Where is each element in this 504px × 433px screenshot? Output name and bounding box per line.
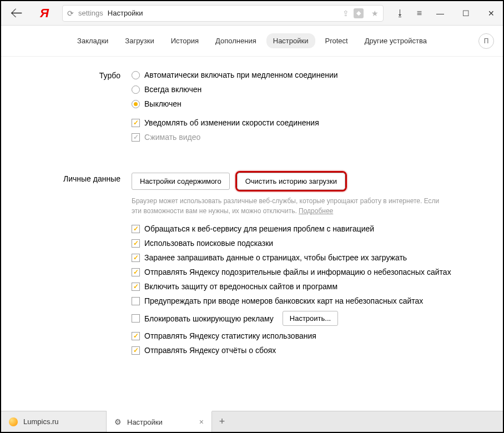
turbo-radio-auto-label: Автоматически включать при медленном сое…	[144, 71, 338, 79]
browser-titlebar: 🡠 Я ⟳ settings Настройки ⇪ ◆ ★ ⭳ ≡ ― ☐ ✕	[1, 1, 503, 26]
cb-send-suspicious[interactable]	[132, 268, 140, 276]
cb-malware-label: Включить защиту от вредоносных сайтов и …	[144, 282, 337, 291]
address-title: Настройки	[108, 9, 143, 17]
turbo-radio-auto-row: Автоматически включать при медленном сое…	[132, 68, 481, 82]
content-settings-button[interactable]: Настройки содержимого	[132, 173, 230, 190]
tab-settings-title: Настройки	[127, 418, 163, 426]
cb-search-suggest-label: Использовать поисковые подсказки	[144, 239, 273, 248]
section-personal-label: Личные данные	[1, 171, 132, 358]
section-personal: Личные данные Настройки содержимого Очис…	[1, 169, 503, 360]
turbo-compress-label: Сжимать видео	[144, 133, 200, 142]
reload-icon[interactable]: ⟳	[67, 9, 74, 18]
turbo-compress-row: Сжимать видео	[132, 130, 481, 144]
nav-tab-history[interactable]: История	[164, 33, 205, 48]
cb-block-shock-row: Блокировать шокирующую рекламу Настроить…	[132, 308, 481, 329]
tab-lumpics[interactable]: Lumpics.ru	[1, 411, 107, 432]
downloads-icon[interactable]: ⭳	[396, 8, 405, 18]
titlebar-left: 🡠 Я	[6, 5, 56, 22]
settings-nav: Закладки Загрузки История Дополнения Нас…	[1, 26, 503, 57]
cb-warn-cards-label: Предупреждать при вводе номеров банковск…	[144, 296, 423, 305]
clear-download-history-button[interactable]: Очистить историю загрузки	[237, 173, 345, 190]
yandex-logo[interactable]: Я	[33, 5, 56, 22]
turbo-notify-label: Уведомлять об изменении скорости соедине…	[144, 118, 319, 127]
personal-note-text: Браузер может использовать различные веб…	[132, 197, 439, 215]
cb-malware-protect[interactable]	[132, 283, 140, 291]
cb-webservice-nav[interactable]	[132, 225, 140, 233]
cb-search-suggest[interactable]	[132, 239, 140, 248]
turbo-radio-always-row: Всегда включен	[132, 82, 481, 97]
minimize-button[interactable]: ―	[433, 9, 447, 18]
cb-webservice-row: Обращаться к веб-сервису для решения про…	[132, 221, 481, 236]
cb-warn-cards[interactable]	[132, 297, 140, 305]
cb-send-stats-row: Отправлять Яндексу статистику использова…	[132, 329, 481, 343]
nav-tab-bookmarks[interactable]: Закладки	[70, 33, 115, 48]
cb-search-suggest-row: Использовать поисковые подсказки	[132, 236, 481, 250]
cb-prefetch[interactable]	[132, 254, 140, 262]
cb-prefetch-row: Заранее запрашивать данные о страницах, …	[132, 250, 481, 265]
cb-warn-cards-row: Предупреждать при вводе номеров банковск…	[132, 294, 481, 308]
personal-buttons-row: Настройки содержимого Очистить историю з…	[132, 171, 481, 192]
personal-note: Браузер может использовать различные веб…	[132, 196, 442, 216]
favicon-lumpics-icon	[9, 417, 18, 426]
section-turbo-label: Турбо	[1, 68, 132, 144]
cb-webservice-label: Обращаться к веб-сервису для решения про…	[144, 224, 374, 233]
settings-content: Турбо Автоматически включать при медленн…	[1, 57, 503, 411]
profile-avatar[interactable]: П	[478, 33, 494, 49]
gear-icon: ⚙	[114, 417, 122, 426]
turbo-notify-checkbox[interactable]	[132, 119, 140, 127]
share-icon[interactable]: ⇪	[342, 9, 349, 18]
section-turbo: Турбо Автоматически включать при медленн…	[1, 66, 503, 147]
turbo-radio-off-row: Выключен	[132, 97, 481, 111]
close-window-button[interactable]: ✕	[484, 9, 498, 18]
cb-send-crash-row: Отправлять Яндексу отчёты о сбоях	[132, 343, 481, 358]
cb-send-stats[interactable]	[132, 332, 140, 340]
address-bar[interactable]: ⟳ settings Настройки ⇪ ◆ ★	[62, 5, 384, 22]
tab-close-icon[interactable]: ×	[199, 417, 204, 426]
cb-send-suspicious-label: Отправлять Яндексу подозрительные файлы …	[144, 268, 451, 276]
maximize-button[interactable]: ☐	[458, 9, 473, 18]
turbo-radio-always-label: Всегда включен	[144, 85, 201, 94]
menu-icon[interactable]: ≡	[417, 8, 422, 18]
nav-tab-devices[interactable]: Другие устройства	[358, 33, 434, 48]
cb-send-stats-label: Отправлять Яндексу статистику использова…	[144, 331, 316, 340]
nav-tab-settings[interactable]: Настройки	[266, 33, 315, 48]
turbo-radio-off-label: Выключен	[144, 99, 182, 108]
turbo-notify-row: Уведомлять об изменении скорости соедине…	[132, 115, 481, 130]
bookmark-star-icon[interactable]: ★	[371, 9, 379, 18]
cb-block-shock-label: Блокировать шокирующую рекламу	[144, 314, 274, 323]
configure-shock-button[interactable]: Настроить...	[283, 311, 338, 326]
cb-send-crash[interactable]	[132, 346, 140, 355]
cb-prefetch-label: Заранее запрашивать данные о страницах, …	[144, 253, 407, 262]
turbo-compress-checkbox[interactable]	[132, 133, 140, 142]
cb-send-crash-label: Отправлять Яндексу отчёты о сбоях	[144, 346, 276, 355]
turbo-radio-auto[interactable]	[132, 71, 140, 79]
cb-block-shock[interactable]	[132, 314, 140, 323]
shield-icon[interactable]: ◆	[354, 8, 364, 18]
tab-settings[interactable]: ⚙ Настройки ×	[107, 411, 212, 432]
new-tab-button[interactable]: +	[212, 411, 232, 432]
titlebar-icons: ⭳ ≡	[396, 8, 422, 18]
cb-send-suspicious-row: Отправлять Яндексу подозрительные файлы …	[132, 265, 481, 279]
turbo-radio-off[interactable]	[132, 100, 140, 108]
personal-note-link[interactable]: Подробнее	[299, 207, 333, 215]
nav-tab-addons[interactable]: Дополнения	[209, 33, 263, 48]
browser-tabbar: Lumpics.ru ⚙ Настройки × +	[1, 411, 503, 432]
back-button[interactable]: 🡠	[6, 5, 28, 22]
cb-malware-row: Включить защиту от вредоносных сайтов и …	[132, 279, 481, 294]
turbo-radio-always[interactable]	[132, 85, 140, 94]
tab-lumpics-title: Lumpics.ru	[23, 417, 59, 426]
nav-tab-protect[interactable]: Protect	[319, 33, 355, 48]
nav-tab-downloads[interactable]: Загрузки	[118, 33, 160, 48]
clear-history-highlight: Очистить историю загрузки	[235, 171, 347, 192]
window-buttons: ― ☐ ✕	[433, 9, 498, 18]
address-keyword: settings	[78, 9, 103, 17]
